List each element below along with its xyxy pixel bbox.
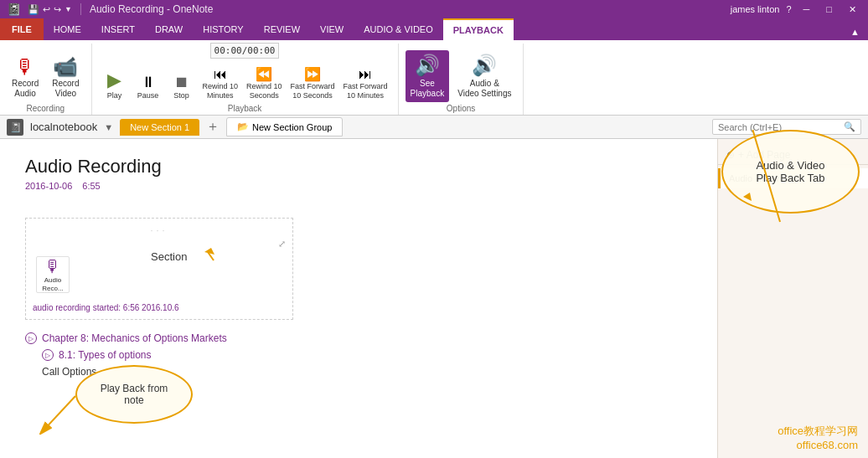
notebook-bar: 📓 localnotebook ▼ New Section 1 ＋ 📂 New … (0, 116, 868, 139)
watermark-line1: office教程学习网 (778, 424, 858, 439)
tab-file[interactable]: FILE (0, 18, 44, 40)
chapter-text: Chapter 8: Mechanics of Options Markets (42, 332, 227, 344)
ribbon-tabs: FILE HOME INSERT DRAW HISTORY REVIEW VIE… (0, 18, 868, 40)
watermark-line2: office68.com (778, 439, 858, 451)
callout-audio-video-text: Audio & Video Play Back Tab (756, 159, 824, 184)
pause-icon: ⏸ (141, 74, 156, 91)
options-buttons: 🔊 SeePlayback 🔊 Audio &Video Settings (406, 45, 517, 102)
ribbon-collapse[interactable]: ▲ (842, 23, 868, 40)
forward-seconds-icon: ⏩ (304, 66, 321, 82)
see-playback-button[interactable]: 🔊 SeePlayback (406, 50, 450, 102)
search-icon[interactable]: 🔍 (844, 121, 855, 132)
title-minimize[interactable]: ─ (798, 4, 815, 14)
tab-view[interactable]: VIEW (310, 18, 354, 40)
list-item-chapter: ▷ Chapter 8: Mechanics of Options Market… (25, 330, 692, 347)
section-text: 8.1: Types of options (59, 349, 152, 361)
stop-label: Stop (173, 91, 189, 100)
subsection-text: Call Options (42, 366, 96, 378)
forward-minutes-button[interactable]: ⏭ Fast Forward10 Minutes (340, 65, 391, 102)
pages-sidebar: ⊕ + Add Page Audio Recording Audio & Vid… (717, 139, 868, 458)
page-time: 6:55 (82, 181, 100, 191)
playback-group-label: Playback (228, 104, 262, 113)
section-tab-1-label: New Section 1 (130, 122, 189, 132)
title-close[interactable]: ✕ (844, 4, 861, 15)
list-item-subsection: Call Options (25, 363, 692, 380)
recording-info: audio recording started: 6:56 2016.10.6 (33, 303, 286, 312)
forward-seconds-button[interactable]: ⏩ Fast Forward10 Seconds (287, 64, 338, 102)
pause-button[interactable]: ⏸ Pause (132, 72, 164, 102)
tab-draw[interactable]: DRAW (145, 18, 193, 40)
tab-playback[interactable]: PLAYBACK (443, 18, 514, 40)
title-bar-right: james linton ? ─ □ ✕ (731, 4, 861, 15)
section-group-icon: 📂 (237, 121, 249, 132)
notebook-name[interactable]: localnotebook (30, 121, 97, 133)
pause-label: Pause (137, 91, 159, 100)
title-bar-title: Audio Recording - OneNote (90, 3, 213, 15)
audio-note: 🎙 AudioReco... (33, 253, 286, 296)
audio-note-label: AudioReco... (42, 276, 63, 292)
tab-home[interactable]: HOME (44, 18, 91, 40)
play-button[interactable]: ▶ Play (99, 68, 131, 102)
ribbon-group-recording: 🎙 RecordAudio 📹 RecordVideo Recording (0, 44, 92, 115)
rewind-seconds-button[interactable]: ⏪ Rewind 10Seconds (243, 64, 286, 102)
section-tab-group[interactable]: 📂 New Section Group (226, 117, 343, 136)
rewind-seconds-icon: ⏪ (256, 66, 272, 82)
page-list-items: ▷ Chapter 8: Mechanics of Options Market… (25, 330, 692, 380)
av-settings-button[interactable]: 🔊 Audio &Video Settings (452, 50, 516, 102)
forward-minutes-label: Fast Forward10 Minutes (344, 82, 388, 100)
quick-access-undo[interactable]: ↩ (43, 4, 50, 15)
play-label: Play (107, 91, 122, 100)
quick-access-more[interactable]: ▼ (65, 5, 72, 13)
callout-audio-video-tab: Audio & Video Play Back Tab (721, 130, 860, 214)
tab-review[interactable]: REVIEW (254, 18, 310, 40)
rewind-minutes-label: Rewind 10Minutes (203, 82, 239, 100)
record-video-icon: 📹 (53, 57, 78, 77)
rewind-minutes-button[interactable]: ⏮ Rewind 10Minutes (199, 65, 242, 102)
tab-history[interactable]: HISTORY (193, 18, 254, 40)
user-account[interactable]: james linton (731, 4, 780, 14)
app-logo: 📓 (7, 3, 21, 16)
note-container: ··· ⤢ 🎙 AudioReco... audio recording sta… (25, 218, 293, 320)
ribbon-group-options: 🔊 SeePlayback 🔊 Audio &Video Settings Op… (399, 44, 524, 115)
forward-minutes-icon: ⏭ (359, 67, 372, 82)
new-section-button[interactable]: ＋ (206, 118, 220, 136)
forward-seconds-label: Fast Forward10 Seconds (291, 82, 335, 100)
title-restore[interactable]: □ (821, 4, 837, 14)
title-bar-left: 📓 💾 ↩ ↪ ▼ Audio Recording - OneNote (7, 3, 213, 16)
record-audio-button[interactable]: 🎙 RecordAudio (7, 54, 44, 102)
see-playback-label: SeePlayback (411, 79, 445, 99)
notebook-icon: 📓 (7, 119, 23, 136)
av-settings-icon: 🔊 (472, 54, 497, 77)
quick-access-save[interactable]: 💾 (28, 4, 39, 15)
record-video-button[interactable]: 📹 RecordVideo (47, 54, 84, 102)
svg-line-0 (42, 396, 75, 432)
av-settings-label: Audio &Video Settings (457, 79, 511, 99)
record-audio-label: RecordAudio (12, 79, 39, 99)
page-title: Audio Recording (25, 156, 692, 178)
record-video-label: RecordVideo (52, 79, 79, 99)
notebook-dropdown[interactable]: ▼ (104, 122, 113, 132)
recording-group-label: Recording (26, 104, 65, 113)
tab-audio-video[interactable]: AUDIO & VIDEO (354, 18, 443, 40)
note-drag-handle[interactable]: ··· (33, 225, 286, 235)
ribbon-group-playback: 00:00/00:00 ▶ Play ⏸ Pause ⏹ Stop ⏮ Rewi… (92, 44, 399, 115)
section-tab-1[interactable]: New Section 1 (120, 119, 199, 136)
ribbon: 🎙 RecordAudio 📹 RecordVideo Recording 00… (0, 40, 868, 116)
audio-symbol-icon: 🎙 (44, 257, 61, 276)
callout-playback-note-text: Play Back from note (101, 383, 168, 406)
title-help[interactable]: ? (786, 4, 791, 14)
chapter-bullet[interactable]: ▷ (25, 332, 37, 344)
time-display: 00:00/00:00 (210, 43, 280, 59)
record-audio-icon: 🎙 (15, 57, 35, 77)
page-date: 2016-10-06 (25, 181, 72, 191)
tab-insert[interactable]: INSERT (91, 18, 145, 40)
main-content: Audio Recording 2016-10-06 6:55 ··· ⤢ 🎙 … (0, 139, 868, 458)
audio-icon-container[interactable]: 🎙 AudioReco... (36, 256, 70, 293)
page-area: Audio Recording 2016-10-06 6:55 ··· ⤢ 🎙 … (0, 139, 717, 458)
section-group-label: New Section Group (252, 122, 332, 132)
stop-button[interactable]: ⏹ Stop (166, 72, 198, 102)
note-expand-icon[interactable]: ⤢ (278, 239, 286, 250)
quick-access-redo[interactable]: ↪ (54, 4, 61, 15)
section-bullet[interactable]: ▷ (42, 349, 54, 361)
rewind-seconds-label: Rewind 10Seconds (246, 82, 282, 100)
